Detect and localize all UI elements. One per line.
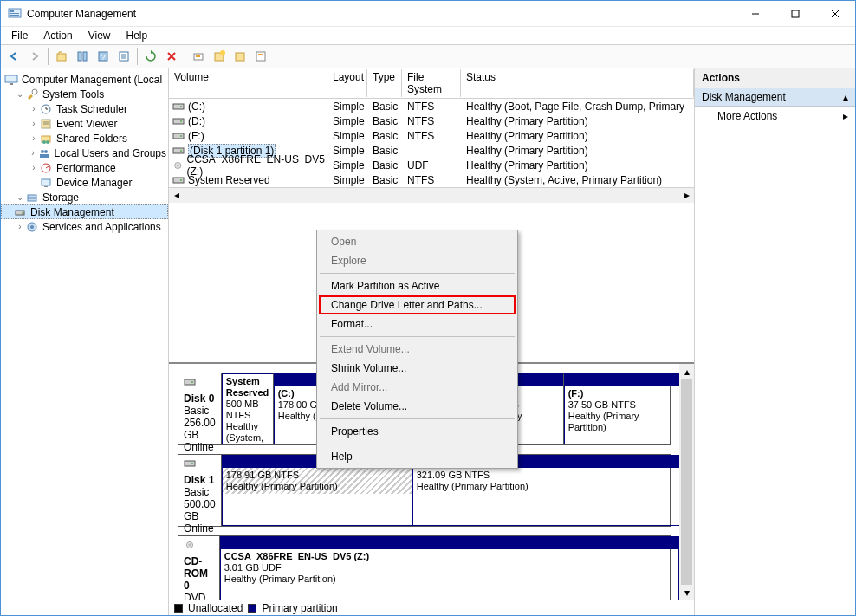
svg-rect-2: [10, 13, 19, 14]
svg-point-23: [220, 50, 225, 55]
col-type[interactable]: Type: [367, 69, 402, 97]
legend-primary-label: Primary partition: [262, 602, 337, 614]
menu-file[interactable]: File: [4, 28, 35, 43]
action-list-button[interactable]: [114, 47, 133, 66]
legend-unallocated-swatch: [174, 604, 183, 613]
legend-unallocated-label: Unallocated: [188, 602, 243, 614]
action-group-disk-management[interactable]: Disk Management ▴: [695, 88, 855, 107]
ctx-add-mirror: Add Mirror...: [319, 378, 516, 397]
svg-rect-28: [10, 83, 13, 85]
actions-pane: Actions Disk Management ▴ More Actions ▸: [695, 68, 855, 615]
titlebar: Computer Management: [1, 1, 855, 27]
svg-point-63: [180, 179, 182, 181]
svg-point-29: [32, 89, 37, 94]
disk-label[interactable]: CD-ROM 0DVD3.01 GBOnline: [178, 536, 220, 607]
expand-icon[interactable]: ›: [29, 104, 39, 113]
svg-point-65: [191, 381, 193, 383]
attach-vhd-icon[interactable]: [230, 47, 250, 66]
tree-root[interactable]: Computer Management (Local: [1, 72, 168, 87]
svg-text:?: ?: [101, 53, 105, 62]
svg-point-61: [177, 164, 178, 165]
delete-button[interactable]: [162, 47, 181, 66]
svg-point-51: [30, 225, 34, 229]
disk-management-icon: [13, 205, 27, 219]
show-hide-button[interactable]: [73, 47, 92, 66]
col-status[interactable]: Status: [461, 69, 694, 97]
vertical-scrollbar[interactable]: ▴ ▾: [679, 364, 694, 600]
col-volume[interactable]: Volume: [169, 69, 327, 97]
up-button[interactable]: [52, 47, 71, 66]
context-menu: Open Explore Mark Partition as Active Ch…: [316, 230, 518, 469]
tree-storage[interactable]: ⌄Storage: [1, 190, 168, 204]
tree-local-users[interactable]: ›Local Users and Groups: [1, 146, 168, 160]
col-fs[interactable]: File System: [402, 69, 461, 97]
volume-row[interactable]: (F:)SimpleBasicNTFSHealthy (Primary Part…: [169, 128, 694, 143]
expand-icon[interactable]: ›: [29, 148, 37, 158]
ctx-help[interactable]: Help: [319, 447, 516, 466]
svg-rect-21: [198, 55, 200, 57]
scroll-up-button[interactable]: ▴: [679, 364, 694, 379]
volume-row[interactable]: (D:)SimpleBasicNTFSHealthy (Primary Part…: [169, 113, 694, 128]
horizontal-scrollbar[interactable]: ◂ ▸: [169, 187, 694, 202]
tree-system-tools[interactable]: ⌄ System Tools: [1, 87, 168, 101]
svg-rect-27: [5, 75, 17, 82]
svg-rect-45: [44, 186, 48, 187]
tree-shared-folders[interactable]: ›Shared Folders: [1, 131, 168, 146]
volume-row[interactable]: System ReservedSimpleBasicNTFSHealthy (S…: [169, 172, 694, 187]
toolbar: ?: [1, 44, 855, 68]
volume-row[interactable]: CCSA_X86FRE_EN-US_DV5 (Z:)SimpleBasicUDF…: [169, 158, 694, 172]
col-layout[interactable]: Layout: [327, 69, 367, 97]
ctx-shrink-volume[interactable]: Shrink Volume...: [319, 359, 516, 378]
help-button[interactable]: ?: [94, 47, 113, 66]
svg-rect-25: [256, 52, 265, 61]
disk-label[interactable]: Disk 1Basic500.00 GBOnline: [178, 455, 222, 526]
svg-rect-66: [185, 461, 195, 466]
expand-icon[interactable]: ›: [15, 222, 25, 231]
menu-help[interactable]: Help: [120, 28, 155, 43]
settings-icon[interactable]: [189, 47, 208, 66]
minimize-button[interactable]: [736, 1, 775, 26]
ctx-properties[interactable]: Properties: [319, 422, 516, 441]
users-icon: [37, 146, 51, 160]
expand-icon[interactable]: ›: [29, 163, 39, 172]
tools-icon: [25, 88, 39, 101]
collapse-icon: ▴: [843, 91, 848, 103]
tree-services[interactable]: ›Services and Applications: [1, 219, 168, 234]
tree-disk-management[interactable]: Disk Management: [1, 204, 168, 219]
partition[interactable]: CCSA_X86FRE_EN-US_DV5 (Z:)3.01 GB UDFHea…: [220, 536, 679, 607]
action-more-actions[interactable]: More Actions ▸: [695, 107, 855, 126]
volume-row[interactable]: (C:)SimpleBasicNTFSHealthy (Boot, Page F…: [169, 99, 694, 113]
tree-event-viewer[interactable]: ›Event Viewer: [1, 116, 168, 131]
menu-action[interactable]: Action: [36, 28, 79, 43]
menu-view[interactable]: View: [81, 28, 118, 43]
refresh-button[interactable]: [141, 47, 160, 66]
maximize-button[interactable]: [775, 1, 815, 26]
scroll-left-button[interactable]: ◂: [169, 188, 184, 203]
close-button[interactable]: [815, 1, 855, 26]
collapse-icon[interactable]: ⌄: [15, 89, 25, 99]
scroll-down-button[interactable]: ▾: [679, 585, 694, 600]
ctx-mark-active[interactable]: Mark Partition as Active: [319, 276, 516, 295]
expand-icon[interactable]: ›: [29, 133, 39, 143]
forward-button[interactable]: [25, 47, 44, 66]
back-button[interactable]: [4, 47, 23, 66]
partition[interactable]: (F:)37.50 GB NTFSHealthy (Primary Partit…: [564, 373, 681, 444]
properties-icon[interactable]: [251, 47, 270, 66]
svg-rect-52: [173, 104, 184, 109]
svg-rect-64: [185, 379, 195, 385]
expand-icon[interactable]: ›: [29, 119, 39, 128]
tree-device-manager[interactable]: Device Manager: [1, 175, 168, 190]
tree-performance[interactable]: ›Performance: [1, 160, 168, 175]
svg-point-40: [44, 150, 48, 153]
ctx-format[interactable]: Format...: [319, 314, 516, 334]
partition[interactable]: System Reserved500 MB NTFSHealthy (Syste…: [222, 373, 274, 444]
ctx-change-drive-letter[interactable]: Change Drive Letter and Paths...: [319, 295, 516, 314]
disk-label[interactable]: Disk 0Basic256.00 GBOnline: [178, 373, 222, 444]
tree-task-scheduler[interactable]: ›Task Scheduler: [1, 101, 168, 116]
new-vhd-icon[interactable]: [210, 47, 229, 66]
scroll-right-button[interactable]: ▸: [679, 188, 694, 203]
collapse-icon[interactable]: ⌄: [15, 192, 25, 202]
storage-icon: [25, 191, 39, 204]
ctx-delete-volume[interactable]: Delete Volume...: [319, 397, 516, 416]
app-icon: [8, 7, 22, 21]
